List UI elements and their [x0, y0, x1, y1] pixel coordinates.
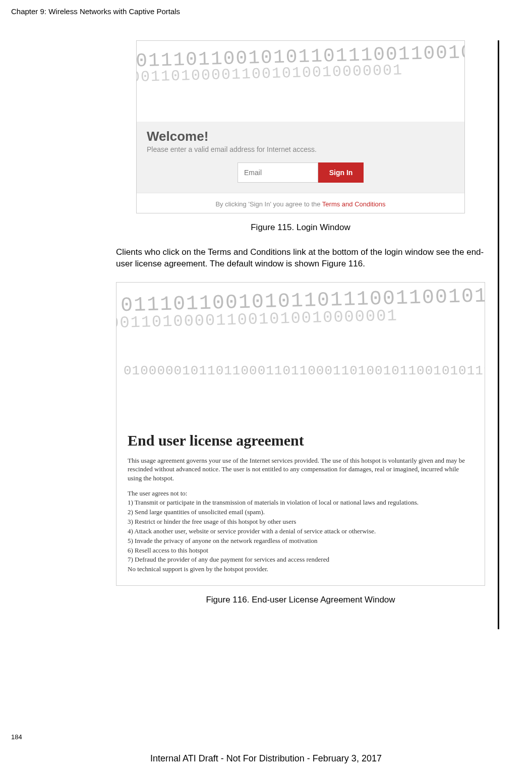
eula-window-figure: 0111011001010110111001100101 00011010000… [116, 282, 485, 586]
welcome-block: Welcome! Please enter a valid email addr… [137, 122, 464, 193]
sign-in-button[interactable]: Sign In [318, 162, 364, 183]
email-field[interactable] [238, 162, 318, 183]
welcome-title: Welcome! [147, 129, 454, 144]
terms-line: By clicking 'Sign In' you agree to the T… [137, 193, 464, 213]
content-column: 0111011001010110111001100101 00011010000… [116, 40, 499, 629]
chapter-header: Chapter 9: Wireless Networks with Captiv… [11, 7, 180, 16]
eula-list-item: 3) Restrict or hinder the free usage of … [128, 517, 474, 527]
footer-text: Internal ATI Draft - Not For Distributio… [0, 753, 532, 764]
eula-list-item: 7) Defraud the provider of any due payme… [128, 555, 474, 565]
eula-list: The user agrees not to: 1) Transmit or p… [128, 489, 474, 575]
login-form-row: Sign In [147, 162, 454, 183]
eula-body: End user license agreement This usage ag… [116, 424, 485, 585]
eula-list-item: 1) Transmit or participate in the transm… [128, 498, 474, 508]
binary-decor: 0100000101101100011011000110100101100101… [124, 363, 480, 378]
eula-list-item: 2) Send large quantities of unsolicited … [128, 508, 474, 517]
eula-intro-paragraph: This usage agreement governs your use of… [128, 456, 474, 483]
login-window-figure: 0111011001010110111001100101 00011010000… [136, 40, 465, 213]
welcome-subtitle: Please enter a valid email address for I… [147, 145, 454, 153]
eula-list-item: 6) Resell access to this hotspot [128, 546, 474, 556]
eula-list-item: 4) Attack another user, website or servi… [128, 527, 474, 536]
terms-and-conditions-link[interactable]: Terms and Conditions [322, 200, 386, 208]
figure-115-caption: Figure 115. Login Window [116, 223, 485, 233]
eula-banner: 0111011001010110111001100101 00011010000… [116, 283, 485, 424]
figure-116-caption: Figure 116. End-user License Agreement W… [116, 595, 485, 605]
eula-list-intro: The user agrees not to: [128, 489, 474, 499]
page-number: 184 [11, 733, 22, 741]
eula-title: End user license agreement [128, 432, 474, 449]
body-paragraph: Clients who click on the Terms and Condi… [116, 247, 485, 270]
eula-list-item: 5) Invade the privacy of anyone on the n… [128, 536, 474, 546]
eula-tail: No technical support is given by the hot… [128, 565, 474, 574]
terms-prefix: By clicking 'Sign In' you agree to the [215, 200, 322, 208]
login-banner: 0111011001010110111001100101 00011010000… [137, 41, 464, 122]
